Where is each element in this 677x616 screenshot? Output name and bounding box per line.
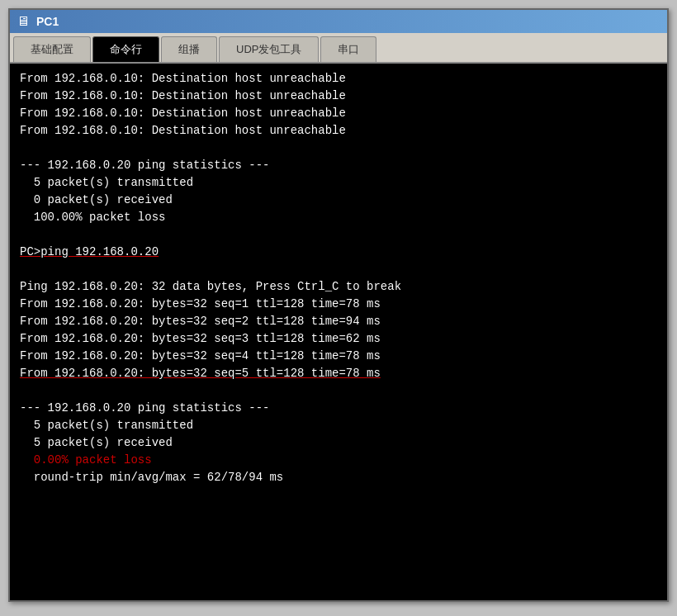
title-bar: 🖥 PC1 <box>10 10 667 33</box>
tab-multicast[interactable]: 组播 <box>161 36 217 62</box>
tab-serial[interactable]: 串口 <box>320 36 376 62</box>
tab-bar: 基础配置 命令行 组播 UDP发包工具 串口 <box>10 33 667 64</box>
tab-cmd[interactable]: 命令行 <box>92 36 159 62</box>
window-title: PC1 <box>36 15 59 28</box>
window-icon: 🖥 <box>17 14 30 29</box>
tab-basic[interactable]: 基础配置 <box>13 36 91 62</box>
tab-udp[interactable]: UDP发包工具 <box>219 36 319 62</box>
terminal-output[interactable]: From 192.168.0.10: Destination host unre… <box>10 64 667 600</box>
main-window: 🖥 PC1 基础配置 命令行 组播 UDP发包工具 串口 From 192.16… <box>8 8 669 602</box>
